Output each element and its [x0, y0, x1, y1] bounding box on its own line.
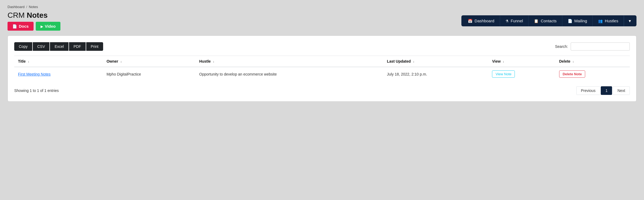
search-area: Search:	[555, 42, 630, 51]
data-table: Title ↕ Owner ↕ Hustle ↕ Last Updated ↕	[14, 56, 630, 81]
chevron-down-icon: ▼	[628, 19, 632, 23]
toolbar-buttons: Copy CSV Excel PDF Print	[14, 42, 103, 51]
pagination: Previous 1 Next	[576, 86, 630, 95]
sort-icon-title: ↕	[28, 60, 29, 63]
cell-last-updated: July 18, 2022, 2:10 p.m.	[383, 67, 489, 81]
page-title: CRM Notes	[8, 11, 60, 20]
video-button[interactable]: Video	[36, 22, 61, 31]
table-toolbar: Copy CSV Excel PDF Print Search:	[14, 42, 630, 51]
previous-button[interactable]: Previous	[576, 86, 600, 95]
search-input[interactable]	[571, 42, 630, 51]
col-header-last-updated[interactable]: Last Updated ↕	[383, 56, 489, 67]
content-card: Copy CSV Excel PDF Print Search: Title ↕	[8, 35, 636, 102]
copy-button[interactable]: Copy	[14, 42, 32, 51]
doc-icon	[12, 24, 17, 28]
cell-title: First Meeting Notes	[14, 67, 103, 81]
nav-item-contacts[interactable]: Contacts	[529, 15, 562, 26]
page-1-button[interactable]: 1	[601, 86, 612, 95]
search-label: Search:	[555, 44, 568, 49]
delete-note-button[interactable]: Delete Note	[559, 70, 585, 78]
sort-icon-owner: ↕	[120, 60, 122, 63]
col-header-owner[interactable]: Owner ↕	[103, 56, 196, 67]
nav-item-funnel[interactable]: Funnel	[500, 15, 529, 26]
col-header-title[interactable]: Title ↕	[14, 56, 103, 67]
pdf-button[interactable]: PDF	[69, 42, 86, 51]
col-header-delete[interactable]: Delete ↕	[555, 56, 630, 67]
col-header-view[interactable]: View ↕	[488, 56, 555, 67]
breadcrumb-separator: /	[26, 5, 27, 9]
excel-button[interactable]: Excel	[50, 42, 68, 51]
nav-dropdown-button[interactable]: ▼	[624, 16, 635, 26]
next-button[interactable]: Next	[613, 86, 630, 95]
col-header-hustle[interactable]: Hustle ↕	[196, 56, 383, 67]
cell-owner: Mpho DigitalPractice	[103, 67, 196, 81]
sort-icon-last-updated: ↕	[413, 60, 414, 63]
contacts-icon	[534, 19, 538, 23]
view-note-button[interactable]: View Note	[492, 70, 515, 78]
cell-hustle: Opportunity to develop an ecommerce webs…	[196, 67, 383, 81]
funnel-icon	[505, 19, 509, 23]
mailing-icon	[568, 19, 572, 23]
csv-button[interactable]: CSV	[33, 42, 50, 51]
cell-delete: Delete Note	[555, 67, 630, 81]
sort-icon-hustle: ↕	[213, 60, 215, 63]
sort-icon-delete: ↕	[573, 60, 574, 63]
docs-button[interactable]: Docs	[8, 22, 34, 31]
entries-info: Showing 1 to 1 of 1 entries	[14, 88, 59, 93]
table-header-row: Title ↕ Owner ↕ Hustle ↕ Last Updated ↕	[14, 56, 630, 67]
table-footer: Showing 1 to 1 of 1 entries Previous 1 N…	[14, 86, 630, 95]
top-nav: Dashboard Funnel Contacts Mailing Hustle…	[461, 15, 636, 26]
title-link[interactable]: First Meeting Notes	[18, 72, 50, 76]
sort-icon-view: ↕	[503, 60, 504, 63]
video-icon	[41, 24, 43, 28]
table-row: First Meeting Notes Mpho DigitalPractice…	[14, 67, 630, 81]
nav-item-mailing[interactable]: Mailing	[562, 15, 593, 26]
calendar-icon	[468, 19, 472, 23]
breadcrumb-dashboard[interactable]: Dashboard	[8, 5, 25, 9]
breadcrumb-notes[interactable]: Notes	[29, 5, 38, 9]
nav-item-dashboard[interactable]: Dashboard	[462, 15, 500, 26]
hustles-icon	[598, 19, 603, 23]
cell-view: View Note	[488, 67, 555, 81]
nav-item-hustles[interactable]: Hustles	[593, 15, 624, 26]
breadcrumb: Dashboard / Notes	[8, 5, 636, 9]
print-button[interactable]: Print	[86, 42, 103, 51]
